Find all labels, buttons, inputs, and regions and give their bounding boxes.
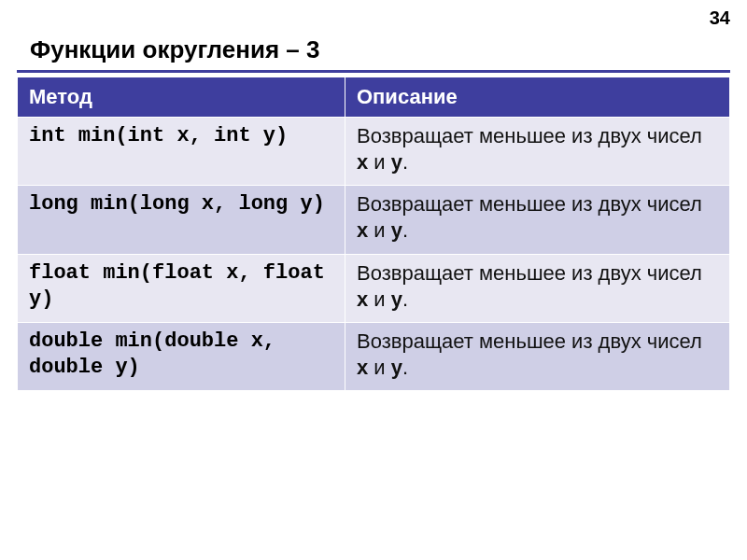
table-row: double min(double x, double y) Возвращае… (18, 322, 730, 390)
desc-and: и (368, 150, 391, 174)
table-row: int min(int x, int y) Возвращает меньшее… (18, 118, 730, 186)
method-signature: double min(double x, double y) (18, 322, 345, 390)
desc-text: Возвращает меньшее из двух чисел (357, 329, 702, 353)
table-header-row: Метод Описание (18, 77, 730, 118)
desc-y: y (391, 356, 402, 379)
method-desc: Возвращает меньшее из двух чисел x и y. (345, 186, 729, 254)
table-row: long min(long x, long y) Возвращает мень… (18, 186, 730, 254)
title-rule (17, 70, 730, 73)
method-desc: Возвращает меньшее из двух чисел x и y. (345, 322, 729, 390)
return-type: float (29, 261, 91, 285)
method-params: (int x, int y) (115, 124, 288, 147)
method-name: min (91, 192, 128, 216)
return-type: int (29, 124, 66, 147)
desc-and: и (368, 287, 391, 311)
desc-end: . (402, 356, 408, 379)
desc-and: и (368, 218, 391, 242)
desc-y: y (391, 150, 402, 174)
desc-end: . (402, 218, 408, 242)
desc-y: y (391, 218, 402, 242)
method-desc: Возвращает меньшее из двух чисел x и y. (345, 118, 729, 186)
desc-and: и (368, 356, 391, 379)
methods-table: Метод Описание int min(int x, int y) Воз… (17, 77, 730, 391)
desc-x: x (357, 356, 368, 379)
return-type: long (29, 192, 78, 216)
desc-x: x (357, 218, 368, 242)
header-desc: Описание (345, 77, 729, 118)
method-name: min (103, 261, 140, 285)
page-number: 34 (710, 7, 730, 29)
return-type: double (29, 329, 103, 353)
method-params: (long x, long y) (128, 192, 325, 216)
desc-x: x (357, 287, 368, 311)
desc-end: . (402, 287, 408, 311)
desc-x: x (357, 150, 368, 174)
desc-end: . (402, 150, 408, 174)
desc-text: Возвращает меньшее из двух чисел (357, 261, 702, 285)
desc-text: Возвращает меньшее из двух чисел (357, 192, 702, 216)
method-desc: Возвращает меньшее из двух чисел x и y. (345, 254, 729, 322)
desc-y: y (391, 287, 402, 311)
method-name: min (115, 329, 152, 353)
method-signature: int min(int x, int y) (18, 118, 345, 186)
header-method: Метод (18, 77, 345, 118)
method-signature: long min(long x, long y) (18, 186, 345, 254)
table-row: float min(float x, float y) Возвращает м… (18, 254, 730, 322)
method-name: min (78, 124, 116, 147)
desc-text: Возвращает меньшее из двух чисел (357, 124, 702, 147)
method-signature: float min(float x, float y) (18, 254, 345, 322)
slide-title: Функции округления – 3 (30, 35, 747, 64)
